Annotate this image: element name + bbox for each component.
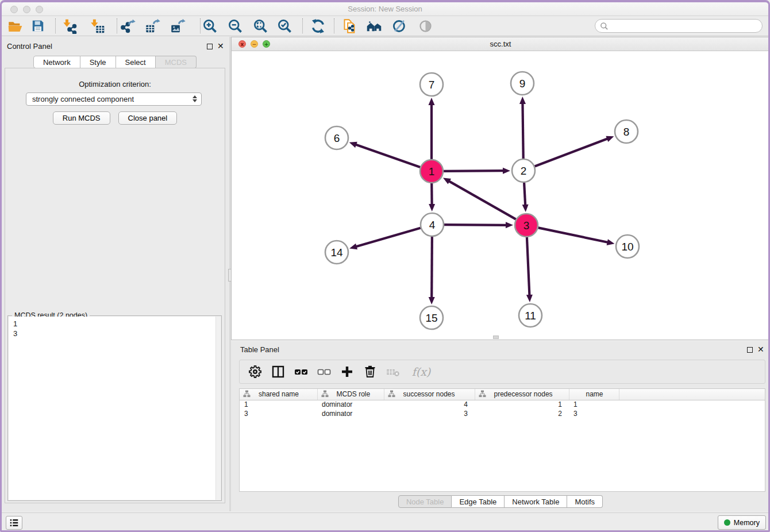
import-table-button[interactable] bbox=[87, 17, 107, 34]
graph-node-label: 4 bbox=[429, 219, 436, 231]
toolbar-separator bbox=[334, 18, 334, 33]
table-tab-motifs[interactable]: Motifs bbox=[567, 495, 603, 508]
task-history-button[interactable] bbox=[6, 516, 22, 530]
add-column-button[interactable] bbox=[340, 364, 355, 379]
graph-edge-4-3[interactable] bbox=[444, 225, 507, 225]
graph-edge-2-8[interactable] bbox=[535, 138, 609, 166]
graph-edge-2-9[interactable] bbox=[522, 103, 523, 159]
table-cell[interactable]: 3 bbox=[569, 409, 619, 418]
control-panel-header: Control Panel ✕ bbox=[0, 40, 230, 53]
graph-edge-3-1[interactable] bbox=[449, 181, 516, 219]
control-tab-network[interactable]: Network bbox=[33, 56, 80, 68]
delete-column-button[interactable] bbox=[363, 364, 378, 379]
export-image-icon bbox=[170, 18, 186, 34]
vizmapper-button[interactable] bbox=[390, 17, 409, 34]
close-panel-button[interactable]: Close panel bbox=[118, 111, 178, 125]
table-cell[interactable]: dominator bbox=[317, 409, 384, 418]
table-cell[interactable]: dominator bbox=[317, 400, 384, 409]
settings-gear-button[interactable] bbox=[248, 364, 263, 379]
zoom-out-button[interactable] bbox=[225, 17, 245, 34]
save-session-button[interactable] bbox=[28, 17, 48, 34]
mcds-result-text[interactable]: 13 bbox=[9, 317, 221, 500]
result-scrollbar[interactable] bbox=[215, 317, 221, 500]
close-panel-icon[interactable]: ✕ bbox=[217, 41, 224, 51]
memory-button[interactable]: Memory bbox=[718, 515, 766, 530]
duplicate-network-button[interactable] bbox=[340, 17, 359, 34]
column-header-predecessor-nodes[interactable]: predecessor nodes bbox=[475, 389, 569, 400]
table-tab-network-table[interactable]: Network Table bbox=[505, 495, 567, 508]
graph-edge-2-3[interactable] bbox=[524, 183, 525, 206]
graph-edge-1-6[interactable] bbox=[355, 144, 420, 167]
zoom-in-icon bbox=[202, 18, 218, 34]
control-tab-select[interactable]: Select bbox=[116, 56, 156, 68]
open-session-button[interactable] bbox=[5, 17, 25, 34]
status-bar: Memory bbox=[0, 512, 770, 532]
network-hscrollbar-thumb[interactable] bbox=[493, 336, 499, 339]
table-cell[interactable]: 1 bbox=[240, 400, 317, 409]
mcds-result-box: MCDS result (2 nodes) 13 bbox=[7, 315, 222, 501]
table-cell[interactable]: 3 bbox=[240, 409, 317, 418]
column-header-successor-nodes[interactable]: successor nodes bbox=[384, 389, 475, 400]
eye-button[interactable] bbox=[415, 17, 435, 34]
zoom-fit-button[interactable] bbox=[251, 17, 270, 34]
control-tab-mcds[interactable]: MCDS bbox=[156, 56, 197, 68]
network-window-titlebar: x − + scc.txt bbox=[232, 37, 769, 51]
search-field[interactable] bbox=[595, 19, 763, 33]
search-icon bbox=[600, 22, 609, 30]
export-table-button[interactable] bbox=[143, 17, 162, 34]
table-panel-title: Table Panel bbox=[240, 345, 279, 354]
run-mcds-button[interactable]: Run MCDS bbox=[53, 111, 110, 125]
select-all-button[interactable] bbox=[294, 364, 309, 379]
column-header-MCDS-role[interactable]: MCDS role bbox=[317, 389, 384, 400]
table-cell[interactable]: 3 bbox=[384, 409, 475, 418]
graph-edge-3-11[interactable] bbox=[527, 237, 530, 296]
refresh-button[interactable] bbox=[308, 17, 328, 34]
graph-edge-4-15[interactable] bbox=[432, 237, 432, 298]
column-header-name[interactable]: name bbox=[569, 389, 619, 400]
memory-status-icon bbox=[724, 519, 730, 526]
table-row[interactable]: 1dominator411 bbox=[240, 400, 765, 409]
table-row[interactable]: 3dominator323 bbox=[240, 409, 765, 418]
function-builder-button: f(x) bbox=[409, 364, 434, 379]
edge-arrowhead bbox=[506, 222, 513, 228]
network-canvas[interactable]: 7968124314101511 bbox=[232, 51, 769, 340]
table-cell[interactable]: 1 bbox=[569, 400, 619, 409]
optimization-criterion-label: Optimization criterion: bbox=[5, 80, 225, 88]
trash-icon bbox=[363, 365, 377, 379]
zoom-selected-icon bbox=[277, 18, 292, 34]
table-cell[interactable]: 4 bbox=[384, 400, 475, 409]
table-tab-node-table[interactable]: Node Table bbox=[398, 495, 452, 508]
export-image-button[interactable] bbox=[168, 17, 187, 34]
optimization-criterion-select[interactable]: strongly connected component bbox=[26, 92, 202, 106]
close-table-panel-icon[interactable]: ✕ bbox=[757, 345, 764, 354]
application-window: Session: New Session bbox=[0, 0, 770, 532]
toolbar-separator bbox=[55, 18, 56, 33]
export-network-button[interactable] bbox=[118, 17, 137, 34]
deselect-all-button[interactable] bbox=[317, 364, 332, 379]
column-visibility-button[interactable] bbox=[271, 364, 286, 379]
float-table-panel-icon[interactable] bbox=[747, 347, 753, 353]
graph-edge-1-2[interactable] bbox=[444, 171, 504, 171]
control-tab-style[interactable]: Style bbox=[80, 56, 116, 68]
table-cell[interactable]: 1 bbox=[475, 400, 569, 409]
table-tab-edge-table[interactable]: Edge Table bbox=[452, 495, 505, 508]
graph-edge-4-14[interactable] bbox=[356, 228, 421, 247]
import-network-button[interactable] bbox=[59, 17, 79, 34]
edge-arrowhead bbox=[429, 297, 435, 304]
column-header-shared-name[interactable]: shared name bbox=[240, 389, 317, 400]
zoom-fit-icon bbox=[253, 18, 268, 34]
eye-icon bbox=[418, 18, 433, 34]
toolbar-separator bbox=[302, 18, 303, 33]
import-table-icon bbox=[90, 18, 105, 34]
float-panel-icon[interactable] bbox=[207, 44, 213, 49]
graph-edge-3-10[interactable] bbox=[538, 228, 609, 242]
zoom-selected-button[interactable] bbox=[275, 17, 294, 34]
table-cell[interactable]: 2 bbox=[475, 409, 569, 418]
export-network-icon bbox=[120, 18, 136, 34]
zoom-in-button[interactable] bbox=[200, 17, 220, 34]
table-panel: Table Panel ✕ bbox=[231, 341, 770, 511]
home-neighbors-button[interactable] bbox=[364, 17, 384, 34]
graph-node-label: 2 bbox=[521, 165, 527, 177]
node-table: shared nameMCDS rolesuccessor nodesprede… bbox=[239, 388, 765, 492]
search-input[interactable] bbox=[609, 21, 762, 31]
